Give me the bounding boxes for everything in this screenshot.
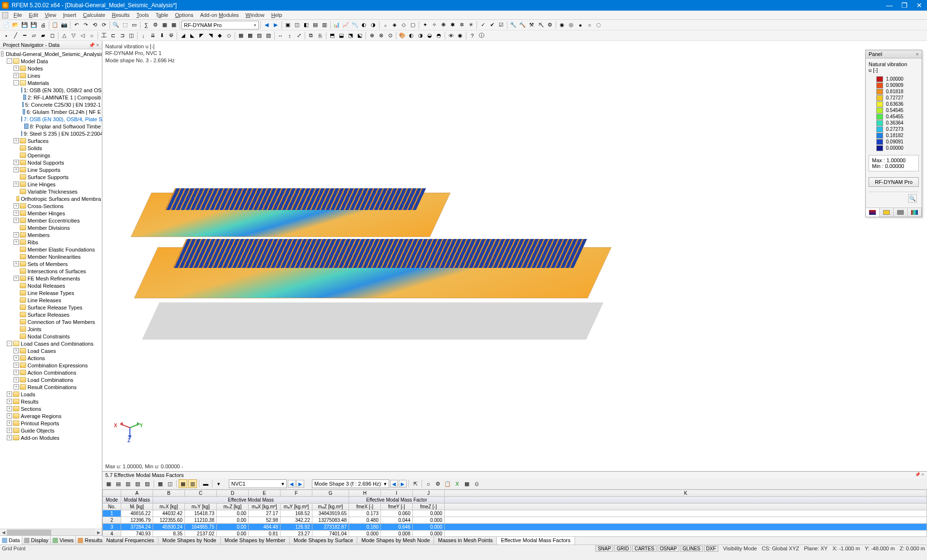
tree-node[interactable]: 6: Glulam Timber GL24h | NF E <box>0 108 102 115</box>
render2-icon[interactable]: ◫ <box>293 21 301 29</box>
tree-node[interactable]: +Guide Objects <box>0 427 102 434</box>
tree-node[interactable]: -Dlubal-General_Model_Seismic_Analysis <box>0 50 102 57</box>
dim2-icon[interactable]: ↕ <box>285 31 294 40</box>
tree-node[interactable]: Surface Supports <box>0 173 102 181</box>
surface-icon[interactable]: ▱ <box>29 31 38 40</box>
line-icon[interactable]: ╱ <box>11 31 20 40</box>
ext2-icon[interactable]: ◎ <box>567 21 576 29</box>
tt-icon-5[interactable]: ▨ <box>143 479 152 488</box>
results4-icon[interactable]: ◐ <box>360 21 368 29</box>
tree-node[interactable]: +Printout Reports <box>0 420 102 427</box>
menu-table[interactable]: Table <box>152 11 171 19</box>
tree-node[interactable]: Surface Release Types <box>0 304 102 311</box>
color3-icon[interactable]: ◑ <box>416 31 425 40</box>
tt-icon-12[interactable]: ⇱ <box>411 479 420 488</box>
tree-node[interactable]: 8: Poplar and Softwood Timbe <box>0 123 102 130</box>
tree-node[interactable]: 7: OSB (EN 300), OSB/4, Plate S <box>0 115 102 123</box>
tree-node[interactable]: Solids <box>0 144 102 152</box>
tree-node[interactable]: +Actions <box>0 354 102 362</box>
tool5-icon[interactable]: ⚙ <box>546 21 554 29</box>
menu-tools[interactable]: Tools <box>133 11 152 19</box>
table-nav-prev2[interactable]: ◀ <box>390 480 398 488</box>
status-snap[interactable]: SNAP <box>595 546 613 552</box>
misc1-icon[interactable]: ✦ <box>421 21 429 29</box>
select-icon[interactable]: ▭ <box>130 21 139 29</box>
doc-tab[interactable]: Masses in Mesh Points <box>434 537 497 545</box>
cs4-icon[interactable]: ◫ <box>127 31 136 40</box>
tree-node[interactable]: Joints <box>0 325 102 333</box>
copy2-icon[interactable]: ⎘ <box>316 31 324 40</box>
nav-tab-display[interactable]: Display <box>22 536 51 545</box>
render3-icon[interactable]: ◧ <box>302 21 310 29</box>
ext3-icon[interactable]: ● <box>576 21 585 29</box>
tree-node[interactable]: +Load Combinations <box>0 376 102 383</box>
view3-icon[interactable]: ◇ <box>399 21 408 29</box>
tree-node[interactable]: +Sets of Members <box>0 260 102 267</box>
doc-tab[interactable]: Mode Shapes by Mesh Node <box>357 537 434 545</box>
solid-icon[interactable]: ▰ <box>39 31 47 40</box>
dim3-icon[interactable]: ⤢ <box>295 31 303 40</box>
tree-node[interactable]: +Average Regions <box>0 412 102 420</box>
render4-icon[interactable]: ▤ <box>311 21 320 29</box>
tree-node[interactable]: +Load Cases <box>0 347 102 354</box>
ext4-icon[interactable]: ○ <box>585 21 594 29</box>
tree-node[interactable]: -Model Data <box>0 57 102 65</box>
tt-icon-15[interactable]: 📋 <box>443 479 452 488</box>
menu-view[interactable]: View <box>42 11 60 19</box>
copy1-icon[interactable]: ⧉ <box>307 31 315 40</box>
tt-icon-11[interactable]: ▾ <box>214 479 223 488</box>
tree-node[interactable]: Variable Thicknesses <box>0 188 102 195</box>
menu-calculate[interactable]: Calculate <box>80 11 109 19</box>
tree-node[interactable]: Line Release Types <box>0 289 102 296</box>
find-icon[interactable]: 🔍 <box>112 21 120 29</box>
node-icon[interactable]: • <box>2 31 11 40</box>
table-combo-mode[interactable]: Mode Shape 3 (f : 2.696 Hz)▾ <box>312 479 389 488</box>
status-cartes[interactable]: CARTES <box>632 546 656 552</box>
check1-icon[interactable]: ✓ <box>478 21 487 29</box>
doc-tab[interactable]: Mode Shapes by Surface <box>290 537 358 545</box>
tree-node[interactable]: +Result Combinations <box>0 383 102 391</box>
nav-tab-results[interactable]: Results <box>76 536 105 545</box>
hinge-icon[interactable]: ○ <box>87 31 96 40</box>
nav-tab-data[interactable]: Data <box>0 536 22 545</box>
color1-icon[interactable]: 🎨 <box>398 31 407 40</box>
tree-node[interactable]: +Member Hinges <box>0 210 102 217</box>
misc3-icon[interactable]: ❋ <box>439 21 448 29</box>
mesh1-icon[interactable]: ▦ <box>237 31 245 40</box>
menu-file[interactable]: File <box>10 11 26 19</box>
prev-icon[interactable]: ▶ <box>271 21 280 29</box>
load2-icon[interactable]: ⇊ <box>148 31 157 40</box>
tt-icon-9[interactable]: ▥ <box>188 479 197 488</box>
tt-icon-18[interactable]: ⎙ <box>472 479 481 488</box>
undo-icon[interactable]: ↶ <box>72 21 81 29</box>
tree-node[interactable]: +Results <box>0 398 102 405</box>
tree-node[interactable]: +Member Eccentricities <box>0 217 102 224</box>
tree-node[interactable]: +Line Hinges <box>0 181 102 188</box>
support3-icon[interactable]: ◁ <box>78 31 87 40</box>
tree-node[interactable]: Connection of Two Members <box>0 318 102 325</box>
tree-node[interactable]: +Cross-Sections <box>0 202 102 210</box>
tree-node[interactable]: Surface Releases <box>0 311 102 318</box>
tree-node[interactable]: Member Divisions <box>0 224 102 231</box>
nav-tab-views[interactable]: Views <box>51 536 76 545</box>
tree-node[interactable]: +Combination Expressions <box>0 362 102 369</box>
calc-icon[interactable]: ∑ <box>142 21 151 29</box>
results5-icon[interactable]: ◑ <box>369 21 378 29</box>
table-row[interactable]: 212396.79122355.6011210.380.0052.98342.2… <box>103 517 927 524</box>
cs2-icon[interactable]: ⊏ <box>109 31 117 40</box>
grid-icon[interactable]: ▦ <box>169 21 178 29</box>
panel-close-icon[interactable]: × <box>916 51 919 57</box>
axis1-icon[interactable]: ⊕ <box>367 31 376 40</box>
misc4-icon[interactable]: ✱ <box>448 21 457 29</box>
panel-module-button[interactable]: RF-DYNAM Pro <box>869 177 919 187</box>
doc-tab[interactable]: Natural Frequencies <box>102 537 158 545</box>
data-table[interactable]: ABC DEF GHI JK Mode Modal Mass Effective… <box>102 490 927 536</box>
tt-icon-8[interactable]: ▦ <box>179 479 187 488</box>
color5-icon[interactable]: ◓ <box>435 31 443 40</box>
table-row[interactable]: 337284.2445930.24164865.750.00484.48126.… <box>103 524 927 531</box>
support1-icon[interactable]: △ <box>60 31 69 40</box>
geom6-icon[interactable]: ◇ <box>225 31 233 40</box>
tree-node[interactable]: +Ribs <box>0 238 102 246</box>
tool3-icon[interactable]: ⚒ <box>527 21 536 29</box>
status-dxf[interactable]: DXF <box>704 546 718 552</box>
